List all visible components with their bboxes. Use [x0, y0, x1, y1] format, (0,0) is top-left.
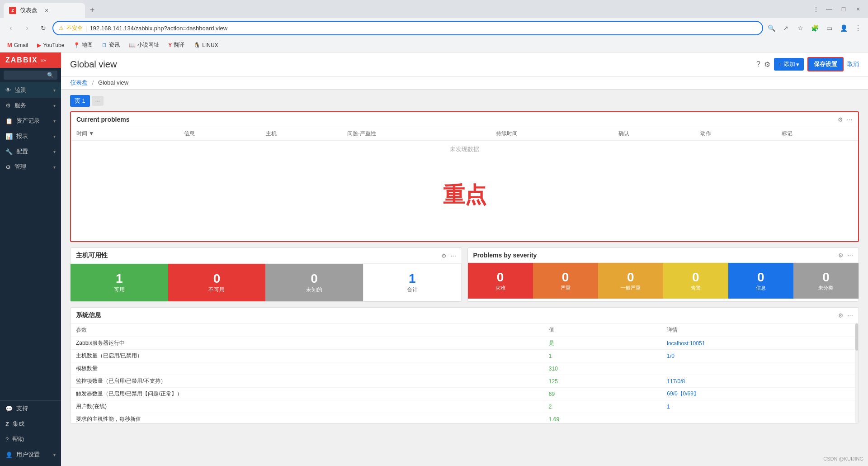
value-6: 2 [543, 400, 661, 413]
problems-severity-title: Problems by severity [473, 252, 537, 259]
page-tab-more[interactable]: ··· [92, 96, 104, 106]
sidebar-item-admin[interactable]: ⚙ 管理 ▾ [0, 159, 61, 175]
sysinfo-row-7: 要求的主机性能，每秒新值 1.69 [71, 413, 859, 423]
tab-close-icon[interactable]: × [45, 7, 48, 14]
assets-icon: 📋 [5, 118, 13, 124]
host-avail-more-icon[interactable]: ⋯ [450, 252, 456, 259]
monitoring-label: 监测 [15, 86, 27, 94]
new-tab-button[interactable]: + [86, 4, 99, 16]
share-button[interactable]: ↗ [779, 22, 792, 34]
bookmark-maps[interactable]: 📍 地图 [70, 40, 96, 50]
extensions-button[interactable]: 🧩 [808, 22, 821, 34]
sidebar-item-monitoring[interactable]: 👁 监测 ▾ [0, 82, 61, 98]
search-icon[interactable]: 🔍 [47, 72, 54, 78]
browser-tab[interactable]: Z 仪表盘 × [4, 3, 85, 18]
integration-icon: Z [5, 421, 9, 428]
widget-header: Current problems ⚙ ⋯ [71, 112, 858, 127]
bookmark-youtube[interactable]: ▶ YouTube [33, 41, 68, 49]
services-arrow: ▾ [53, 103, 56, 108]
sev-settings-icon[interactable]: ⚙ [838, 252, 844, 259]
window-close-button[interactable]: × [852, 4, 864, 14]
disaster-num: 0 [497, 270, 504, 285]
sidebar-item-reports[interactable]: 📊 报表 ▾ [0, 128, 61, 144]
address-bar[interactable]: ⚠ 不安全 | 192.168.141.134/zabbix.php?actio… [52, 21, 763, 35]
host-avail-available: 1 可用 [71, 264, 168, 301]
scrollbar-thumb[interactable] [855, 323, 858, 351]
problems-severity-header: Problems by severity ⚙ ⋯ [468, 248, 859, 263]
sysinfo-row-1: Zabbix服务器运行中 是 localhost:10051 [71, 337, 859, 350]
youtube-icon: ▶ [37, 42, 41, 48]
sidebar-search-input[interactable] [6, 72, 47, 78]
bookmark-news[interactable]: 🗒 资讯 [98, 40, 123, 50]
sysinfo-settings-icon[interactable]: ⚙ [838, 312, 844, 319]
sidebar-item-support[interactable]: 💬 支持 [0, 401, 61, 416]
sidebar-item-config[interactable]: 🔧 配置 ▾ [0, 144, 61, 159]
current-problems-widget: Current problems ⚙ ⋯ 时间 ▼ 信息 主机 问题·严重性 持… [70, 111, 859, 242]
window-minimize-button[interactable]: — [823, 4, 835, 14]
sidebar-search[interactable]: 🔍 [4, 71, 57, 80]
sidebar-item-assets[interactable]: 📋 资产记录 ▾ [0, 113, 61, 128]
help-label: 帮助 [12, 435, 24, 443]
param-5: 触发器数量（已启用/已禁用【问题/正常】） [71, 388, 543, 400]
sysinfo-actions: ⚙ ⋯ [838, 312, 853, 319]
sidebar-item-logout[interactable]: ↩ 退出 [0, 462, 61, 466]
admin-icon: ⚙ [5, 164, 11, 171]
value-2: 1 [543, 350, 661, 362]
add-button[interactable]: + 添加 ▾ [774, 58, 804, 71]
header-actions: ? ⚙ + 添加 ▾ 保存设置 取消 [756, 57, 859, 71]
security-text: 不安全 [66, 24, 83, 32]
param-7: 要求的主机性能，每秒新值 [71, 413, 543, 423]
sidebar-nav: 👁 监测 ▾ ⚙ 服务 ▾ 📋 资产记录 ▾ [0, 82, 61, 400]
bookmark-novel[interactable]: 📖 小说网址 [125, 40, 163, 50]
detail-1: localhost:10051 [661, 337, 859, 350]
profile-button[interactable]: 👤 [837, 22, 850, 34]
main-content: Global view ? ⚙ + 添加 ▾ 保存设置 取消 仪表盘 / Glo… [61, 52, 868, 466]
page-tab-1[interactable]: 页 1 [70, 95, 90, 107]
system-info-header: 系统信息 ⚙ ⋯ [71, 308, 859, 323]
bookmark-gmail[interactable]: M Gmail [4, 41, 32, 49]
save-button[interactable]: 保存设置 [807, 57, 844, 71]
sidebar-toggle-button[interactable]: ▭ [823, 22, 835, 34]
param-2: 主机数量（已启用/已禁用） [71, 350, 543, 362]
widget-more-icon[interactable]: ⋯ [847, 116, 853, 123]
sidebar-item-services[interactable]: ⚙ 服务 ▾ [0, 98, 61, 113]
search-browser-icon[interactable]: 🔍 [765, 22, 778, 34]
scrollbar-track[interactable] [855, 323, 859, 423]
bookmark-button[interactable]: ☆ [794, 22, 807, 34]
support-label: 支持 [16, 404, 28, 413]
total-label: 合计 [407, 286, 418, 294]
host-availability-header: 主机可用性 ⚙ ⋯ [71, 248, 462, 264]
widget-settings-icon[interactable]: ⚙ [838, 116, 843, 123]
bookmark-translate[interactable]: Y 翻译 [165, 40, 188, 50]
sev-info: 0 信息 [728, 263, 793, 299]
security-warning-icon: ⚠ [59, 25, 64, 31]
unavail-num: 0 [213, 271, 221, 286]
host-avail-settings-icon[interactable]: ⚙ [441, 252, 447, 259]
bookmark-linux[interactable]: 🐧 LINUX [190, 41, 222, 49]
cancel-button[interactable]: 取消 [847, 60, 859, 68]
detail-4: 117/0/8 [661, 375, 859, 388]
sidebar-item-integration[interactable]: Z 集成 [0, 416, 61, 432]
support-icon: 💬 [5, 405, 13, 412]
sidebar-item-help[interactable]: ? 帮助 [0, 432, 61, 447]
sidebar: ZABBIX «» 🔍 👁 监测 ▾ ⚙ 服务 [0, 52, 61, 466]
browser-menu-button[interactable]: ⋮ [852, 22, 864, 34]
url-text[interactable]: 192.168.141.134/zabbix.php?action=dashbo… [90, 25, 757, 32]
col-ack: 确认 [613, 127, 695, 141]
user-settings-label: 用户设置 [16, 451, 40, 459]
unclassified-label: 未分类 [818, 285, 833, 291]
window-options-button[interactable]: ⋮ [811, 4, 821, 14]
forward-button[interactable]: › [20, 21, 34, 35]
refresh-button[interactable]: ↻ [36, 21, 51, 35]
back-button[interactable]: ‹ [4, 21, 18, 35]
page-tabs: 页 1 ··· [70, 95, 859, 107]
sidebar-item-user-settings[interactable]: 👤 用户设置 ▾ [0, 447, 61, 462]
settings-button[interactable]: ⚙ [764, 60, 770, 69]
help-button[interactable]: ? [756, 60, 760, 68]
sev-more-icon[interactable]: ⋯ [847, 252, 853, 259]
window-maximize-button[interactable]: □ [837, 4, 850, 14]
breadcrumb-home-link[interactable]: 仪表盘 [70, 79, 88, 86]
value-4: 125 [543, 375, 661, 388]
sysinfo-more-icon[interactable]: ⋯ [847, 312, 853, 319]
warning-num: 0 [692, 270, 699, 285]
